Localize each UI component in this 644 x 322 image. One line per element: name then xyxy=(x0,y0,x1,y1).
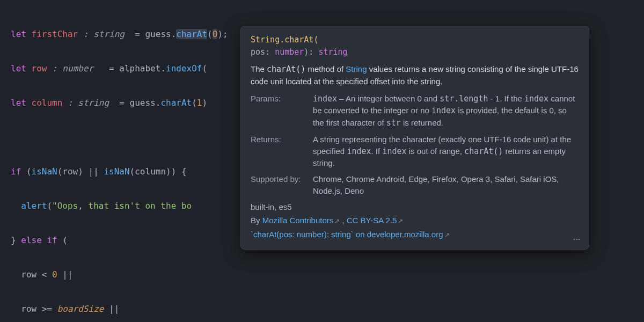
doc-attribution: By Mozilla Contributors↗ , CC BY-SA 2.5↗ xyxy=(251,215,579,226)
link-contributors[interactable]: Mozilla Contributors xyxy=(262,216,334,225)
doc-returns: Returns: A string representing the chara… xyxy=(251,134,579,169)
doc-description: The charAt() method of String values ret… xyxy=(251,63,579,87)
more-options-icon[interactable]: ⋮ xyxy=(572,236,582,244)
doc-supported: Supported by: Chrome, Chrome Android, Ed… xyxy=(251,173,579,197)
link-mdn[interactable]: `charAt(pos: number): string` on develop… xyxy=(251,230,443,239)
documentation-popup[interactable]: String.charAt( pos: number): string The … xyxy=(240,26,589,250)
doc-tags: built-in, es5 xyxy=(251,201,579,213)
external-link-icon: ↗ xyxy=(444,231,450,239)
code-line: row < 0 || xyxy=(11,266,633,283)
symbol-charAt[interactable]: charAt xyxy=(176,29,207,39)
link-license[interactable]: CC BY-SA 2.5 xyxy=(347,216,397,225)
doc-mdn-link: `charAt(pos: number): string` on develop… xyxy=(251,229,579,240)
code-line: row >= boardSize || xyxy=(11,301,633,318)
external-link-icon: ↗ xyxy=(334,217,340,225)
external-link-icon: ↗ xyxy=(398,217,403,225)
link-string[interactable]: String xyxy=(346,64,367,74)
doc-params: Params: index – An integer between 0 and… xyxy=(251,93,579,129)
doc-signature: String.charAt( pos: number): string xyxy=(251,34,579,58)
